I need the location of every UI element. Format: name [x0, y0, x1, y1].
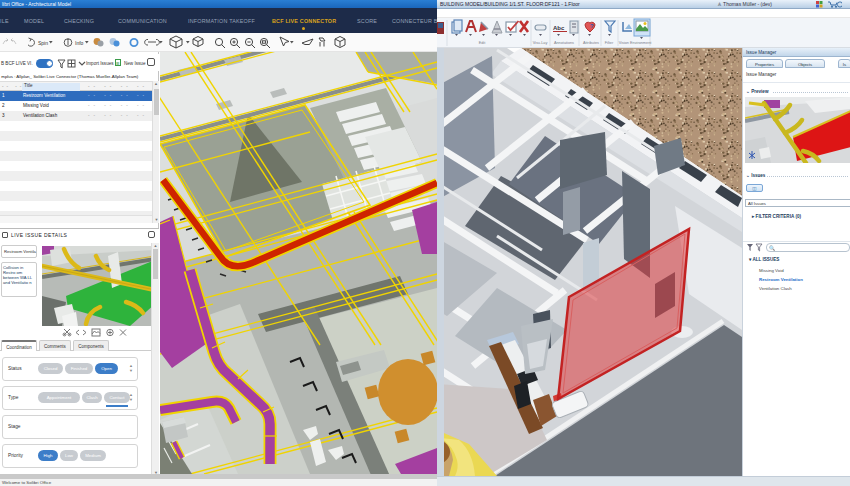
svg-text:Attributes: Attributes — [583, 41, 599, 45]
svg-text:Abc: Abc — [553, 25, 565, 31]
svg-text:Info: Info — [75, 40, 84, 46]
svg-text:Spin: Spin — [38, 40, 48, 46]
svg-text:Edit: Edit — [479, 41, 486, 45]
svg-text:Vision Environment: Vision Environment — [619, 41, 653, 45]
svg-text:Visu-Lay: Visu-Lay — [533, 41, 548, 45]
svg-text:Annotations: Annotations — [554, 41, 574, 45]
svg-text:Filter: Filter — [605, 41, 614, 45]
svg-text:?: ? — [590, 23, 594, 29]
